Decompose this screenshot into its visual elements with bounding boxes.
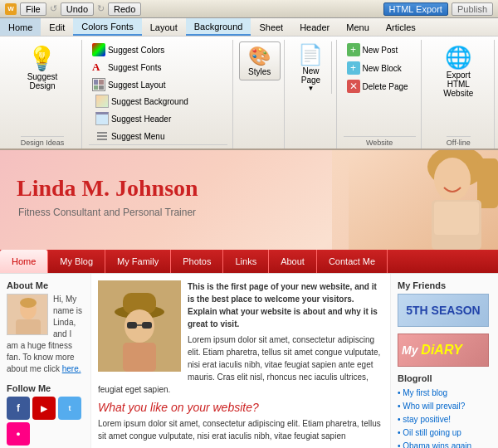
menu-colors-fonts[interactable]: Colors Fonts	[73, 18, 141, 36]
sep1: ↺	[50, 3, 57, 14]
nav-family[interactable]: My Family	[105, 250, 171, 273]
blogroll-link-0[interactable]: • My first blog	[398, 387, 491, 400]
follow-title: Follow Me	[7, 383, 84, 393]
new-block-button[interactable]: + New Block	[344, 60, 416, 76]
menu-layout[interactable]: Layout	[142, 18, 186, 36]
svg-point-8	[20, 298, 37, 308]
blogroll-link-1[interactable]: • Who will prevail?	[398, 400, 491, 413]
svg-rect-5	[434, 202, 479, 235]
nav-about[interactable]: About	[269, 250, 317, 273]
new-post-button[interactable]: + New Post	[344, 41, 416, 58]
menu-sheet[interactable]: Sheet	[251, 18, 291, 36]
sep2: ↻	[97, 3, 105, 14]
twitter-icon[interactable]: t	[58, 397, 81, 420]
about-link[interactable]: here.	[62, 364, 81, 373]
file-menu[interactable]: File	[20, 2, 46, 16]
suggest-header-button[interactable]: Suggest Header	[92, 110, 192, 127]
website-preview: Linda M. Johnson Fitness Consultant and …	[0, 150, 498, 448]
youtube-icon[interactable]: ▶	[32, 397, 56, 420]
svg-rect-14	[127, 322, 137, 329]
menu-header[interactable]: Header	[291, 18, 338, 36]
svg-rect-2	[477, 158, 498, 208]
ribbon: 💡 Suggest Design Design Ideas Suggest Co…	[0, 37, 498, 150]
suggest-background-icon	[95, 95, 109, 108]
new-page-button[interactable]: 📄 New Page ▼	[290, 41, 332, 94]
diary-section: My DiARY	[398, 334, 491, 367]
suggest-background-button[interactable]: Suggest Background	[92, 93, 192, 110]
sidebar-avatar	[7, 294, 48, 335]
suggest-design-icon: 💡	[27, 45, 56, 72]
new-page-label: New Page	[301, 66, 320, 85]
new-page-dropdown-icon: ▼	[307, 85, 314, 92]
about-title: About Me	[7, 280, 84, 290]
nav-blog[interactable]: My Blog	[48, 250, 105, 273]
suggest-header-icon	[95, 112, 109, 125]
right-sidebar: My Friends 5TH SEASON My DiARY Blogroll …	[390, 274, 498, 448]
suggest-menu-icon	[95, 129, 109, 143]
suggest-colors-icon	[92, 43, 105, 56]
styles-label: Styles	[248, 67, 271, 76]
flickr-icon[interactable]: ●	[7, 422, 30, 446]
article-body2: Lorem ipsum dolor sit amet, consectetur …	[98, 417, 383, 442]
svg-point-3	[434, 158, 471, 201]
menu-edit[interactable]: Edit	[41, 18, 73, 36]
design-ideas-sub-label	[89, 144, 227, 149]
follow-section: Follow Me f ▶ t ●	[7, 383, 84, 446]
nav-links[interactable]: Links	[223, 250, 269, 273]
suggest-fonts-icon: A	[92, 61, 105, 74]
export-html-button[interactable]: 🌐 Export HTML Website	[428, 41, 489, 101]
svg-rect-9	[16, 319, 41, 335]
blogroll-link-2[interactable]: • stay positive!	[398, 413, 491, 426]
nav-home[interactable]: Home	[0, 250, 48, 273]
html-export-button[interactable]: HTML Export	[383, 2, 448, 16]
menu-articles[interactable]: Articles	[378, 18, 424, 36]
blogroll-link-3[interactable]: • Oil still going up	[398, 426, 491, 440]
article-content: This is the first page of your new websi…	[91, 274, 390, 448]
blogroll-link-4[interactable]: • Obama wins again	[398, 440, 491, 448]
blogroll-links: • My first blog • Who will prevail? • st…	[398, 387, 491, 448]
undo-button[interactable]: Undo	[61, 2, 94, 16]
friends-title: My Friends	[398, 280, 491, 290]
export-group-label: Off-line	[447, 136, 471, 149]
facebook-icon[interactable]: f	[7, 397, 30, 420]
new-post-icon: +	[347, 43, 360, 56]
svg-rect-15	[142, 322, 152, 329]
site-header: Linda M. Johnson Fitness Consultant and …	[0, 150, 498, 250]
nav-bar: Home My Blog My Family Photos Links Abou…	[0, 250, 498, 273]
svg-rect-17	[123, 343, 156, 372]
redo-button[interactable]: Redo	[108, 2, 141, 16]
title-bar: W File ↺ Undo ↻ Redo HTML Export Publish	[0, 0, 498, 18]
friend-banner[interactable]: 5TH SEASON	[398, 294, 489, 327]
suggest-fonts-button[interactable]: A Suggest Fonts	[89, 59, 169, 75]
suggest-menu-button[interactable]: Suggest Menu	[92, 128, 192, 144]
menu-background[interactable]: Background	[186, 18, 251, 36]
styles-button[interactable]: 🎨 Styles	[239, 41, 281, 80]
suggest-design-label: Suggest Design	[15, 72, 70, 90]
publish-button[interactable]: Publish	[452, 2, 493, 16]
menu-menu[interactable]: Menu	[338, 18, 378, 36]
nav-photos[interactable]: Photos	[171, 250, 223, 273]
suggest-colors-button[interactable]: Suggest Colors	[89, 41, 169, 58]
suggest-design-button[interactable]: 💡 Suggest Design	[8, 41, 76, 94]
menu-home[interactable]: Home	[0, 18, 41, 36]
friend-name: 5TH SEASON	[406, 304, 480, 317]
article-heading: What you like on your website?	[98, 401, 383, 414]
delete-page-button[interactable]: ✕ Delete Page	[344, 78, 416, 95]
sidebar: About Me Hi, My name is Linda, and I am …	[0, 274, 91, 448]
app-icon: W	[5, 3, 17, 15]
new-page-icon: 📄	[298, 43, 323, 66]
suggest-layout-icon	[92, 78, 105, 91]
blogroll-title: Blogroll	[398, 373, 491, 383]
website-group-label: Website	[344, 136, 416, 149]
styles-icon: 🎨	[248, 46, 271, 67]
export-html-icon: 🌐	[433, 45, 484, 71]
article-image	[98, 280, 181, 372]
diary-banner[interactable]: My DiARY	[398, 334, 489, 367]
suggest-layout-button[interactable]: Suggest Layout	[89, 76, 169, 93]
site-subtitle: Fitness Consultant and Personal Trainer	[18, 207, 196, 218]
diary-text: My DiARY	[402, 343, 462, 358]
delete-page-icon: ✕	[347, 80, 360, 93]
main-content: About Me Hi, My name is Linda, and I am …	[0, 273, 498, 448]
export-html-label: Export HTML Website	[433, 71, 484, 98]
nav-contact[interactable]: Contact Me	[317, 250, 388, 273]
